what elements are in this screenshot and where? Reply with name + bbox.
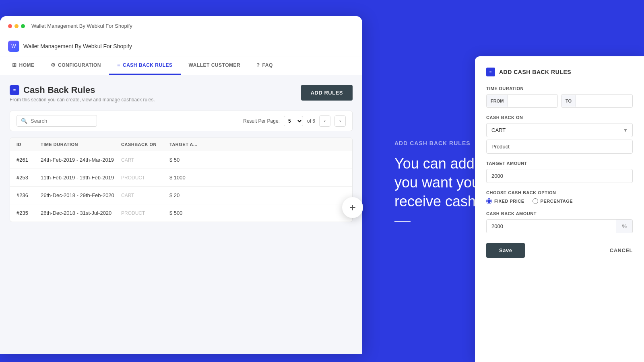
cash-back-amount-group: CASH BACK AMOUNT % bbox=[486, 211, 633, 233]
cash-back-on-label: CASH BACK ON bbox=[486, 115, 633, 120]
from-label: FROM bbox=[487, 95, 508, 107]
percentage-radio[interactable] bbox=[533, 198, 538, 204]
from-field-box: FROM 📅 bbox=[486, 94, 558, 108]
target-amount-input[interactable] bbox=[486, 169, 633, 183]
row-cashback-on: CART bbox=[121, 157, 169, 163]
main-panel: Wallet Management By Webkul For Shopify … bbox=[0, 16, 362, 354]
app-header: W Wallet Management By Webkul For Shopif… bbox=[0, 36, 362, 56]
nav-tabs: ⊞ HOME ⚙ CONFIGURATION ≡ CASH BACK RULES… bbox=[0, 56, 362, 75]
save-button[interactable]: Save bbox=[486, 243, 525, 258]
row-id: #261 bbox=[17, 157, 41, 163]
table-row[interactable]: #236 26th-Dec-2018 - 29th-Feb-2020 CART … bbox=[10, 187, 352, 204]
tab-cashback-rules-label: CASH BACK RULES bbox=[123, 62, 173, 68]
minimize-dot[interactable] bbox=[14, 24, 19, 28]
percent-suffix: % bbox=[616, 220, 632, 233]
table-body: #261 24th-Feb-2019 - 24th-Mar-2019 CART … bbox=[10, 151, 352, 222]
row-duration: 24th-Feb-2019 - 24th-Mar-2019 bbox=[41, 157, 121, 163]
app-title: Wallet Management By Webkul For Shopify bbox=[23, 43, 132, 49]
page-subtitle: From this section you can create, view a… bbox=[10, 97, 155, 103]
time-duration-label: TIME DURATION bbox=[486, 86, 633, 91]
prev-page-button[interactable]: ‹ bbox=[319, 115, 330, 127]
content-area: ≡ Cash Back Rules From this section you … bbox=[0, 75, 362, 232]
app-logo: W bbox=[8, 41, 19, 52]
fixed-price-radio[interactable] bbox=[486, 198, 492, 204]
table-row[interactable]: #253 11th-Feb-2019 - 19th-Feb-2019 PRODU… bbox=[10, 169, 352, 187]
product-sub-input[interactable] bbox=[486, 140, 633, 154]
tab-configuration[interactable]: ⚙ CONFIGURATION bbox=[43, 56, 109, 75]
col-id: ID bbox=[17, 142, 41, 147]
page-header: ≡ Cash Back Rules From this section you … bbox=[10, 85, 353, 103]
faq-icon: ? bbox=[256, 62, 260, 68]
tab-faq-label: FAQ bbox=[262, 62, 273, 68]
tab-wallet-customer[interactable]: WALLET CUSTOMER bbox=[181, 57, 249, 75]
to-date-input[interactable] bbox=[576, 95, 633, 107]
row-cashback-on: PRODUCT bbox=[121, 210, 169, 216]
col-cashback-on: CASHBACK ON bbox=[121, 142, 169, 147]
result-per-page-label: Result Per Page: bbox=[243, 118, 280, 124]
page-title: ≡ Cash Back Rules bbox=[10, 85, 155, 95]
cashback-icon: ≡ bbox=[117, 62, 120, 68]
row-target: $ 50 bbox=[169, 157, 210, 163]
tab-faq[interactable]: ? FAQ bbox=[248, 56, 281, 75]
row-id: #235 bbox=[17, 210, 41, 216]
per-page-select[interactable]: 5 10 25 bbox=[284, 116, 303, 126]
row-duration: 26th-Dec-2018 - 31st-Jul-2020 bbox=[41, 210, 121, 216]
browser-title: Wallet Management By Webkul For Shopify bbox=[31, 23, 132, 29]
app-logo-char: W bbox=[11, 43, 16, 49]
time-duration-group: TIME DURATION FROM 📅 TO 📅 bbox=[486, 86, 633, 108]
col-time-duration: TIME DURATION bbox=[41, 142, 121, 147]
cash-back-amount-label: CASH BACK AMOUNT bbox=[486, 211, 633, 216]
page-title-text: Cash Back Rules bbox=[23, 85, 95, 95]
cash-back-on-select-wrapper: CART PRODUCT CATEGORY ▼ bbox=[486, 123, 633, 137]
tab-configuration-label: CONFIGURATION bbox=[58, 62, 101, 68]
next-page-button[interactable]: › bbox=[334, 115, 346, 127]
row-cashback-on: PRODUCT bbox=[121, 175, 169, 181]
target-amount-label: TARGET AMOUNT bbox=[486, 161, 633, 166]
time-duration-row: FROM 📅 TO 📅 bbox=[486, 94, 633, 108]
col-target-amount: TARGET A... bbox=[169, 142, 210, 147]
page-title-icon: ≡ bbox=[10, 85, 19, 95]
from-date-input[interactable] bbox=[508, 95, 558, 107]
data-table: ID TIME DURATION CASHBACK ON TARGET A...… bbox=[10, 138, 353, 222]
maximize-dot[interactable] bbox=[21, 24, 25, 28]
cash-back-option-label: CHOOSE CASH BACK OPTION bbox=[486, 190, 633, 195]
cancel-button[interactable]: CANCEL bbox=[610, 247, 633, 253]
table-row[interactable]: #235 26th-Dec-2018 - 31st-Jul-2020 PRODU… bbox=[10, 204, 352, 222]
fixed-price-label: FIXED PRICE bbox=[494, 199, 524, 204]
table-row[interactable]: #261 24th-Feb-2019 - 24th-Mar-2019 CART … bbox=[10, 151, 352, 169]
row-duration: 11th-Feb-2019 - 19th-Feb-2019 bbox=[41, 175, 121, 181]
row-id: #253 bbox=[17, 175, 41, 181]
modal-title: ADD CASH BACK RULES bbox=[499, 69, 571, 75]
to-label: TO bbox=[561, 95, 576, 107]
cash-back-option-radio-group: FIXED PRICE PERCENTAGE bbox=[486, 198, 633, 204]
target-amount-group: TARGET AMOUNT bbox=[486, 161, 633, 183]
home-icon: ⊞ bbox=[12, 62, 17, 68]
browser-dots bbox=[8, 24, 25, 28]
search-input[interactable] bbox=[31, 118, 93, 124]
tab-home[interactable]: ⊞ HOME bbox=[4, 56, 43, 75]
browser-bar: Wallet Management By Webkul For Shopify bbox=[0, 16, 362, 36]
cash-back-amount-input[interactable] bbox=[487, 220, 616, 233]
pagination-controls: Result Per Page: 5 10 25 of 6 ‹ › bbox=[243, 115, 346, 127]
add-rules-button[interactable]: ADD RULES bbox=[301, 85, 353, 101]
tab-cashback-rules[interactable]: ≡ CASH BACK RULES bbox=[109, 56, 181, 75]
to-field-box: TO 📅 bbox=[561, 94, 633, 108]
close-dot[interactable] bbox=[8, 24, 12, 28]
right-panel-underline bbox=[394, 221, 411, 222]
row-target: $ 1000 bbox=[169, 175, 210, 181]
modal-header-icon: ≡ bbox=[486, 68, 495, 76]
table-header: ID TIME DURATION CASHBACK ON TARGET A... bbox=[10, 138, 352, 151]
cash-back-amount-wrapper: % bbox=[486, 219, 633, 233]
tab-home-label: HOME bbox=[19, 62, 35, 68]
modal-footer: Save CANCEL bbox=[486, 243, 633, 258]
fixed-price-option[interactable]: FIXED PRICE bbox=[486, 198, 524, 204]
percentage-option[interactable]: PERCENTAGE bbox=[533, 198, 573, 204]
row-cashback-on: CART bbox=[121, 193, 169, 198]
fab-add-button[interactable]: + bbox=[342, 197, 363, 218]
filter-row: 🔍 Result Per Page: 5 10 25 of 6 ‹ › bbox=[10, 111, 353, 131]
page-title-group: ≡ Cash Back Rules From this section you … bbox=[10, 85, 155, 103]
cash-back-on-select[interactable]: CART PRODUCT CATEGORY bbox=[486, 123, 633, 137]
total-pages-text: of 6 bbox=[307, 118, 315, 124]
search-box: 🔍 bbox=[17, 115, 97, 127]
tab-wallet-customer-label: WALLET CUSTOMER bbox=[189, 62, 241, 68]
